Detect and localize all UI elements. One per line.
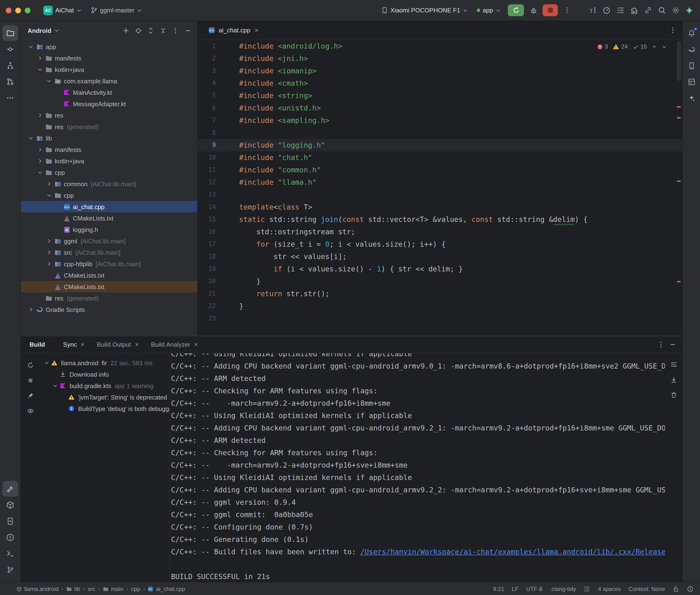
device-link-button[interactable] bbox=[642, 4, 654, 17]
close-tab-icon[interactable] bbox=[194, 342, 199, 347]
tab-sync[interactable]: Sync bbox=[57, 336, 91, 353]
build-options-icon[interactable] bbox=[657, 341, 665, 348]
project-button[interactable] bbox=[2, 25, 18, 41]
tree-item-mainactivity-kt[interactable]: MainActivity.kt bbox=[21, 87, 197, 98]
run-configuration-selector[interactable]: app bbox=[474, 5, 504, 16]
notifications-button[interactable] bbox=[683, 25, 699, 41]
stripe-mark[interactable] bbox=[677, 117, 681, 119]
editor-options-icon[interactable] bbox=[669, 27, 676, 34]
tree-item-cmakelists-txt[interactable]: CMakeLists.txt bbox=[21, 213, 197, 224]
search-button[interactable] bbox=[655, 4, 668, 17]
close-tab-icon[interactable] bbox=[254, 28, 259, 33]
previous-problem-icon[interactable] bbox=[652, 44, 657, 49]
chevron-right-icon[interactable] bbox=[45, 237, 53, 245]
more-tools-button[interactable] bbox=[2, 90, 18, 106]
tree-item-kotlin-java[interactable]: kotlin+java bbox=[21, 155, 197, 167]
breadcrumb-item-cpp[interactable]: cpp bbox=[131, 586, 140, 592]
assistant-button[interactable] bbox=[683, 90, 699, 106]
more-run-options-button[interactable] bbox=[561, 4, 573, 17]
stripe-mark[interactable] bbox=[677, 106, 681, 108]
tree-item-cpp[interactable]: cpp bbox=[21, 167, 197, 178]
tree-item-kotlin-java[interactable]: kotlin+java bbox=[21, 64, 197, 75]
clear-all-button[interactable] bbox=[667, 389, 680, 401]
readonly-lock-icon[interactable] bbox=[673, 586, 679, 592]
running-devices-button[interactable] bbox=[2, 513, 18, 529]
tree-item-manifests[interactable]: manifests bbox=[21, 144, 197, 155]
locate-file-button[interactable] bbox=[133, 25, 144, 36]
build-tree-item-llama-android-finished[interactable]: llama.android: finished22 sec, 583 ms bbox=[40, 357, 170, 369]
code-line[interactable]: 21 return str.str(); bbox=[198, 288, 682, 300]
close-tab-icon[interactable] bbox=[80, 342, 85, 347]
gemini-button[interactable] bbox=[683, 4, 696, 17]
more-vertical-button[interactable] bbox=[170, 25, 181, 36]
tab-build-analyzer[interactable]: Build Analyzer bbox=[145, 336, 204, 353]
tree-item-ai-chat-cpp[interactable]: C++ai_chat.cpp bbox=[21, 201, 197, 213]
tree-item-com-example-llama[interactable]: com.example.llama bbox=[21, 75, 197, 87]
tree-item-res[interactable]: res bbox=[21, 110, 197, 121]
run-button[interactable] bbox=[508, 4, 524, 16]
chevron-down-icon[interactable] bbox=[43, 360, 51, 366]
terminal-button[interactable] bbox=[2, 546, 18, 561]
code-line[interactable]: 11#include "common.h" bbox=[198, 164, 682, 176]
code-line[interactable]: 19 if (i < values.size() - 1) { str << d… bbox=[198, 263, 682, 275]
chevron-down-icon[interactable] bbox=[45, 77, 53, 85]
indent-size[interactable]: 4 spaces bbox=[598, 586, 621, 592]
pull-requests-button[interactable] bbox=[2, 74, 18, 89]
tree-item-manifests[interactable]: manifests bbox=[21, 52, 197, 64]
soft-wrap-button[interactable] bbox=[667, 358, 680, 370]
profiler-button[interactable] bbox=[600, 4, 613, 17]
chevron-right-icon[interactable] bbox=[27, 306, 35, 313]
close-tab-icon[interactable] bbox=[134, 342, 140, 347]
tree-item-cpp[interactable]: cpp bbox=[21, 190, 197, 201]
code-line[interactable]: 16 std::ostringstream str; bbox=[198, 226, 682, 238]
gradle-button[interactable] bbox=[683, 41, 699, 57]
chevron-right-icon[interactable] bbox=[45, 180, 53, 188]
chevron-down-icon[interactable] bbox=[52, 383, 59, 389]
chevron-right-icon[interactable] bbox=[45, 249, 53, 256]
caret-position[interactable]: 9:21 bbox=[493, 586, 504, 592]
passed-indicator[interactable]: 15 bbox=[632, 43, 647, 50]
settings-button[interactable] bbox=[669, 4, 682, 17]
build-button[interactable] bbox=[2, 481, 18, 497]
code-line[interactable]: 20 } bbox=[198, 275, 682, 288]
breadcrumb-item-lib[interactable]: lib bbox=[66, 586, 80, 592]
stripe-mark[interactable] bbox=[677, 180, 681, 182]
inspections-info-icon[interactable] bbox=[687, 586, 694, 592]
tree-item-cmakelists-txt[interactable]: CMakeLists.txt bbox=[21, 281, 197, 292]
code-line[interactable]: 4#include <cmath> bbox=[198, 77, 682, 89]
layout-inspector-button[interactable] bbox=[683, 74, 699, 89]
problems-button[interactable] bbox=[2, 530, 18, 545]
build-console[interactable]: C/C++: -- Using KleidiAI optimized kerne… bbox=[170, 353, 665, 582]
stripe-mark[interactable] bbox=[677, 281, 681, 282]
expand-all-button[interactable] bbox=[145, 25, 156, 36]
build-tree-item-jvmtarget-string-is-deprecated[interactable]: 'jvmTarget': String' is deprecated bbox=[40, 391, 170, 403]
version-control-button[interactable] bbox=[2, 562, 18, 577]
add-button[interactable] bbox=[120, 25, 132, 36]
breadcrumb-item-src[interactable]: src bbox=[88, 586, 95, 592]
tree-item-logging-h[interactable]: Hlogging.h bbox=[21, 224, 197, 235]
error-stripe[interactable] bbox=[675, 40, 682, 336]
line-ending[interactable]: LF bbox=[512, 586, 519, 592]
commit-button[interactable] bbox=[2, 41, 18, 57]
code-line[interactable]: 3#include <iomanip> bbox=[198, 65, 682, 77]
pin-button[interactable] bbox=[24, 390, 37, 402]
chevron-right-icon[interactable] bbox=[36, 146, 44, 153]
code-line[interactable]: 23 bbox=[198, 312, 682, 325]
debug-button[interactable] bbox=[527, 4, 540, 17]
code-line[interactable]: 18 str << values[i]; bbox=[198, 251, 682, 263]
code-line[interactable]: 14template<class T> bbox=[198, 201, 682, 213]
text-cursor-button[interactable]: T bbox=[586, 4, 599, 17]
vcs-branch-selector[interactable]: ggml-master bbox=[87, 5, 146, 16]
code-line[interactable]: 10#include "chat.h" bbox=[198, 151, 682, 164]
code-line[interactable]: 7#include <sampling.h> bbox=[198, 114, 682, 127]
tree-item-common[interactable]: common[AiChat.lib.main] bbox=[21, 178, 197, 190]
breadcrumb-item-llama-android[interactable]: llama.android bbox=[16, 586, 59, 592]
project-view-selector[interactable]: Android bbox=[28, 27, 60, 34]
build-tree-item-buildtype-debug-is-both-debuggable[interactable]: BuildType 'debug' is both debuggable bbox=[40, 403, 170, 414]
code-line[interactable]: 6#include <unistd.h> bbox=[198, 102, 682, 114]
code-line[interactable]: 15static std::string join(const std::vec… bbox=[198, 213, 682, 226]
build-window-title[interactable]: Build bbox=[30, 341, 45, 348]
tree-item-res[interactable]: res(generated) bbox=[21, 292, 197, 304]
code-editor[interactable]: 1#include <android/log.h>2#include <jni.… bbox=[198, 40, 682, 336]
chevron-right-icon[interactable] bbox=[36, 157, 44, 165]
